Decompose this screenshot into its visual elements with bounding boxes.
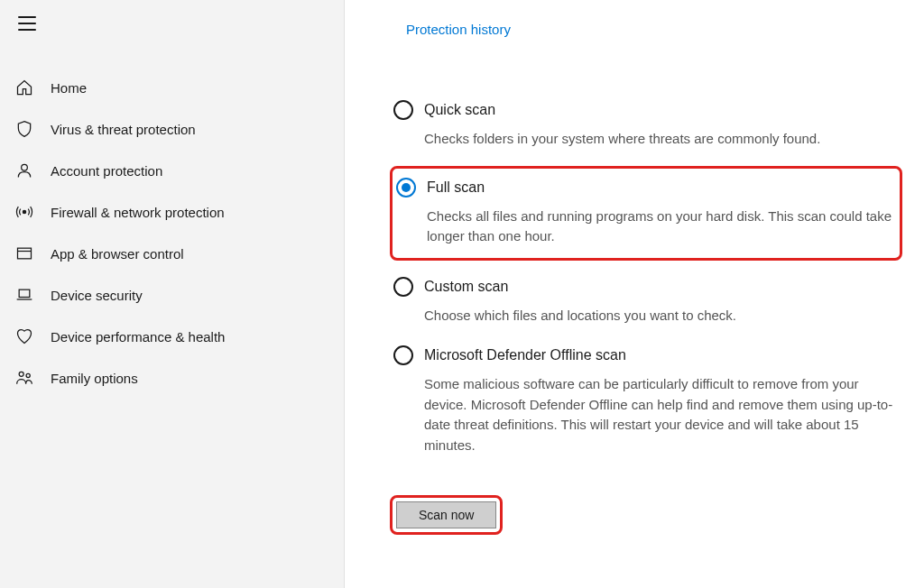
heart-icon bbox=[14, 326, 34, 346]
main-content: Protection history Quick scanChecks fold… bbox=[345, 0, 924, 588]
sidebar-item-label: Home bbox=[51, 80, 87, 96]
scan-option: Microsoft Defender Offline scanSome mali… bbox=[390, 345, 902, 455]
svg-point-1 bbox=[23, 210, 25, 213]
svg-point-6 bbox=[19, 372, 23, 376]
svg-rect-4 bbox=[19, 289, 30, 297]
sidebar-item-label: Virus & threat protection bbox=[51, 122, 196, 137]
sidebar-item-firewall[interactable]: Firewall & network protection bbox=[0, 191, 344, 233]
sidebar-item-device-security[interactable]: Device security bbox=[0, 274, 344, 316]
sidebar-item-label: Family options bbox=[51, 371, 138, 386]
sidebar-item-home[interactable]: Home bbox=[0, 67, 344, 108]
radio-button[interactable] bbox=[393, 345, 413, 365]
scan-option-title: Full scan bbox=[427, 179, 485, 196]
laptop-icon bbox=[14, 285, 34, 305]
scan-now-highlight: Scan now bbox=[390, 495, 503, 535]
antenna-icon bbox=[14, 202, 34, 222]
scan-option: Full scanChecks all files and running pr… bbox=[390, 166, 902, 261]
scan-option: Quick scanChecks folders in your system … bbox=[390, 100, 902, 150]
sidebar-item-family[interactable]: Family options bbox=[0, 357, 344, 399]
person-icon bbox=[14, 161, 34, 180]
svg-point-7 bbox=[26, 373, 30, 377]
sidebar-item-label: Device security bbox=[51, 288, 143, 303]
sidebar-item-virus-threat[interactable]: Virus & threat protection bbox=[0, 108, 344, 150]
hamburger-menu-icon[interactable] bbox=[18, 16, 36, 31]
scan-option-description: Checks all files and running programs on… bbox=[427, 207, 892, 247]
scan-option-title: Microsoft Defender Offline scan bbox=[424, 347, 626, 363]
sidebar-item-account[interactable]: Account protection bbox=[0, 150, 344, 191]
home-icon bbox=[14, 78, 34, 97]
radio-button[interactable] bbox=[393, 100, 413, 120]
scan-option: Custom scanChoose which files and locati… bbox=[390, 277, 902, 326]
family-icon bbox=[14, 368, 34, 388]
sidebar-item-label: Firewall & network protection bbox=[51, 205, 225, 220]
scan-option-description: Some malicious software can be particula… bbox=[424, 374, 895, 455]
protection-history-link[interactable]: Protection history bbox=[406, 22, 511, 37]
svg-point-0 bbox=[22, 164, 28, 170]
sidebar-item-label: Device performance & health bbox=[51, 329, 225, 345]
scan-option-description: Checks folders in your system where thre… bbox=[424, 129, 895, 150]
sidebar: Home Virus & threat protection Account p… bbox=[0, 0, 345, 588]
scan-now-button[interactable]: Scan now bbox=[396, 501, 496, 528]
window-icon bbox=[14, 243, 34, 263]
scan-option-title: Quick scan bbox=[424, 102, 495, 118]
shield-icon bbox=[14, 119, 34, 139]
sidebar-item-device-performance[interactable]: Device performance & health bbox=[0, 316, 344, 357]
svg-rect-2 bbox=[18, 248, 32, 259]
sidebar-item-label: Account protection bbox=[51, 163, 162, 179]
sidebar-item-label: App & browser control bbox=[51, 246, 184, 262]
scan-option-description: Choose which files and locations you wan… bbox=[424, 306, 895, 326]
sidebar-item-app-browser[interactable]: App & browser control bbox=[0, 233, 344, 274]
radio-button[interactable] bbox=[396, 178, 416, 198]
scan-option-title: Custom scan bbox=[424, 279, 508, 295]
radio-button[interactable] bbox=[393, 277, 413, 297]
